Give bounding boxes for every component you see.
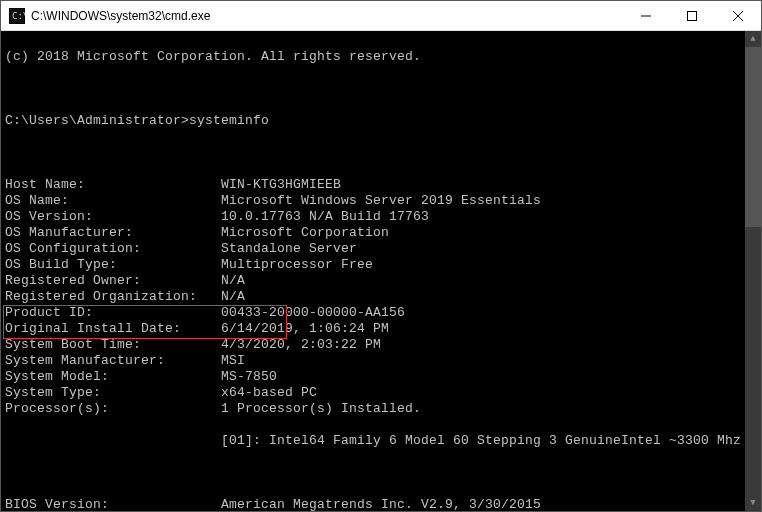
- sysinfo-value: American Megatrends Inc. V2.9, 3/30/2015: [221, 497, 541, 511]
- sysinfo-value: N/A: [221, 273, 245, 288]
- sysinfo-row: Registered Organization:N/A: [5, 289, 761, 305]
- sysinfo-row: System Manufacturer:MSI: [5, 353, 761, 369]
- sysinfo-label: Host Name:: [5, 177, 221, 193]
- console-output[interactable]: (c) 2018 Microsoft Corporation. All righ…: [1, 31, 761, 511]
- prompt-line: C:\Users\Administrator>systeminfo: [5, 113, 761, 129]
- sysinfo-value: N/A: [221, 289, 245, 304]
- processor-detail: [01]: Intel64 Family 6 Model 60 Stepping…: [221, 433, 741, 448]
- sysinfo-row: System Type:x64-based PC: [5, 385, 761, 401]
- scroll-down-arrow-icon[interactable]: ▼: [745, 495, 761, 511]
- sysinfo-row: OS Name:Microsoft Windows Server 2019 Es…: [5, 193, 761, 209]
- sysinfo-value: 00433-20000-00000-AA156: [221, 305, 405, 320]
- sysinfo-value: 6/14/2019, 1:06:24 PM: [221, 321, 389, 336]
- sysinfo-row: OS Build Type:Multiprocessor Free: [5, 257, 761, 273]
- sysinfo-value: 1 Processor(s) Installed.: [221, 401, 421, 416]
- sysinfo-value: x64-based PC: [221, 385, 317, 400]
- sysinfo-value: 4/3/2020, 2:03:22 PM: [221, 337, 381, 352]
- command: systeminfo: [189, 113, 269, 128]
- close-button[interactable]: [715, 1, 761, 30]
- sysinfo-row: Host Name:WIN-KTG3HGMIEEB: [5, 177, 761, 193]
- sysinfo-value: Standalone Server: [221, 241, 357, 256]
- cmd-icon: C:\: [9, 8, 25, 24]
- sysinfo-row: System Model:MS-7850: [5, 369, 761, 385]
- svg-text:C:\: C:\: [12, 11, 25, 21]
- sysinfo-label: OS Version:: [5, 209, 221, 225]
- blank-line: [5, 145, 761, 161]
- sysinfo-value: MSI: [221, 353, 245, 368]
- sysinfo-label: Processor(s):: [5, 401, 221, 417]
- sysinfo-row: Processor(s):1 Processor(s) Installed.: [5, 401, 761, 417]
- sysinfo-label: Registered Organization:: [5, 289, 221, 305]
- blank-line: [5, 81, 761, 97]
- copyright-line: (c) 2018 Microsoft Corporation. All righ…: [5, 49, 761, 65]
- sysinfo-label: System Type:: [5, 385, 221, 401]
- window-controls: [623, 1, 761, 30]
- sysinfo-label: OS Build Type:: [5, 257, 221, 273]
- vertical-scrollbar[interactable]: ▲ ▼: [745, 31, 761, 511]
- sysinfo-label: System Manufacturer:: [5, 353, 221, 369]
- minimize-button[interactable]: [623, 1, 669, 30]
- sysinfo-row: System Boot Time:4/3/2020, 2:03:22 PM: [5, 337, 761, 353]
- sysinfo-label: Product ID:: [5, 305, 221, 321]
- sysinfo-row: Original Install Date:6/14/2019, 1:06:24…: [5, 321, 761, 337]
- sysinfo-row: Registered Owner:N/A: [5, 273, 761, 289]
- processor-detail-line: [01]: Intel64 Family 6 Model 60 Stepping…: [5, 433, 761, 449]
- sysinfo-row: OS Manufacturer:Microsoft Corporation: [5, 225, 761, 241]
- maximize-button[interactable]: [669, 1, 715, 30]
- sysinfo-row: OS Version:10.0.17763 N/A Build 17763: [5, 209, 761, 225]
- sysinfo-value: Microsoft Windows Server 2019 Essentials: [221, 193, 541, 208]
- systeminfo-fields-2: BIOS Version:American Megatrends Inc. V2…: [5, 497, 761, 511]
- sysinfo-label: Original Install Date:: [5, 321, 221, 337]
- sysinfo-value: WIN-KTG3HGMIEEB: [221, 177, 341, 192]
- prompt: C:\Users\Administrator>: [5, 113, 189, 128]
- sysinfo-label: OS Name:: [5, 193, 221, 209]
- systeminfo-fields-1: Host Name:WIN-KTG3HGMIEEBOS Name:Microso…: [5, 177, 761, 417]
- scroll-thumb[interactable]: [745, 47, 761, 227]
- sysinfo-value: Multiprocessor Free: [221, 257, 373, 272]
- sysinfo-label: OS Manufacturer:: [5, 225, 221, 241]
- sysinfo-label: BIOS Version:: [5, 497, 221, 511]
- sysinfo-value: Microsoft Corporation: [221, 225, 389, 240]
- window-titlebar: C:\ C:\WINDOWS\system32\cmd.exe: [1, 1, 761, 31]
- sysinfo-row: OS Configuration:Standalone Server: [5, 241, 761, 257]
- sysinfo-row: BIOS Version:American Megatrends Inc. V2…: [5, 497, 761, 511]
- sysinfo-label: System Model:: [5, 369, 221, 385]
- sysinfo-value: 10.0.17763 N/A Build 17763: [221, 209, 429, 224]
- sysinfo-label: Registered Owner:: [5, 273, 221, 289]
- sysinfo-label: OS Configuration:: [5, 241, 221, 257]
- blank-line: [5, 465, 761, 481]
- sysinfo-row: Product ID:00433-20000-00000-AA156: [5, 305, 761, 321]
- svg-rect-4: [688, 11, 697, 20]
- window-title: C:\WINDOWS\system32\cmd.exe: [31, 9, 623, 23]
- scroll-up-arrow-icon[interactable]: ▲: [745, 31, 761, 47]
- sysinfo-label: System Boot Time:: [5, 337, 221, 353]
- sysinfo-value: MS-7850: [221, 369, 277, 384]
